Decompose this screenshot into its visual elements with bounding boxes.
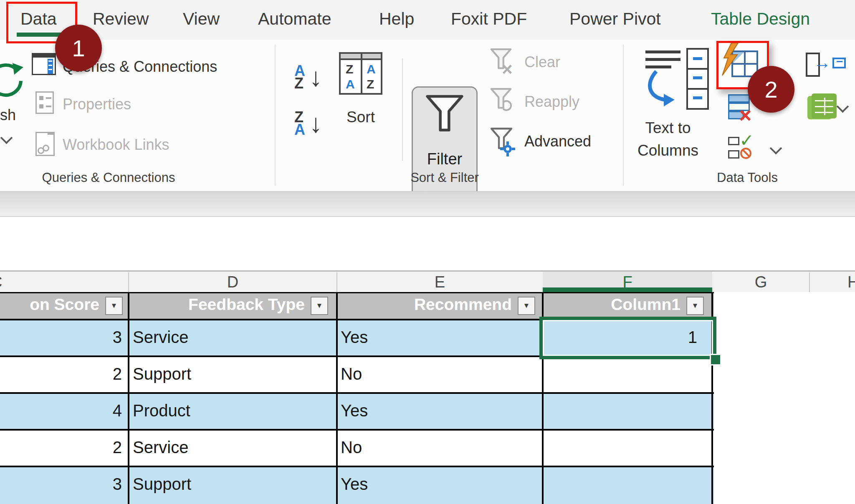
data-validation-icon[interactable]: ✓ <box>728 134 774 164</box>
cell-e4[interactable]: Yes <box>341 401 368 420</box>
annotation-badge-1: 1 <box>55 25 102 71</box>
remove-duplicates-x: × <box>739 104 751 126</box>
cell-d4[interactable]: Product <box>133 401 190 420</box>
column-header-h[interactable]: H <box>847 273 855 291</box>
refresh-all-chevron-icon[interactable] <box>0 132 13 144</box>
consolidate-minus: − <box>836 55 843 68</box>
advanced-filter-icon[interactable] <box>489 127 519 156</box>
tab-table-design[interactable]: Table Design <box>711 9 810 29</box>
advanced-button[interactable]: Advanced <box>524 133 591 150</box>
selection-border <box>539 317 716 359</box>
sort-button-label: Sort <box>339 108 382 126</box>
workbook-links-button: Workbook Links <box>63 136 169 154</box>
dropdown-arrow-icon: ▼ <box>692 302 699 310</box>
dropdown-arrow-icon: ▼ <box>316 302 323 310</box>
workbook-links-icon <box>35 132 55 156</box>
dropdown-arrow-icon: ▼ <box>111 302 118 310</box>
column-header-d[interactable]: D <box>129 273 337 291</box>
cell-e2[interactable]: Yes <box>341 328 368 347</box>
validation-no-symbol <box>740 148 751 159</box>
clear-button: Clear <box>524 53 560 71</box>
sort-desc-arrow: ↓ <box>309 111 322 136</box>
sort-asc-arrow: ↓ <box>309 64 322 90</box>
queries-connections-icon[interactable] <box>32 53 56 75</box>
tab-help[interactable]: Help <box>379 9 414 29</box>
column-header-g[interactable]: G <box>712 273 809 291</box>
group-label-queries-connections: Queries & Connections <box>17 170 200 185</box>
cell-d5[interactable]: Service <box>133 438 188 457</box>
sort-desc-a: A <box>294 122 305 137</box>
mini-divider <box>402 58 403 161</box>
grid-line <box>128 292 129 504</box>
letter-divider <box>809 272 810 292</box>
cell-c3[interactable]: 2 <box>0 365 125 383</box>
tab-foxit-pdf[interactable]: Foxit PDF <box>451 9 527 29</box>
cell-d6[interactable]: Support <box>133 475 191 494</box>
cell-c6[interactable]: 3 <box>0 475 125 494</box>
dropdown-arrow-icon: ▼ <box>523 302 530 310</box>
group-label-data-tools: Data Tools <box>693 170 802 185</box>
filter-funnel-icon <box>425 94 464 137</box>
advanced-gear-icon <box>500 141 515 156</box>
tab-power-pivot[interactable]: Power Pivot <box>569 9 661 29</box>
sort-ascending-icon[interactable]: A Z ↓ <box>294 63 320 89</box>
group-divider <box>623 45 624 186</box>
fill-handle[interactable] <box>710 354 721 365</box>
properties-button: Properties <box>63 96 131 113</box>
grid-line <box>0 392 714 394</box>
filter-dropdown-score[interactable]: ▼ <box>105 297 123 315</box>
selected-column-underline <box>543 287 712 292</box>
group-label-sort-filter: Sort & Filter <box>397 170 493 185</box>
grid-line <box>0 429 714 431</box>
cell-e5[interactable]: No <box>341 438 362 457</box>
sort-button[interactable]: Z A A Z Sort <box>339 52 382 142</box>
filter-button-label: Filter <box>413 150 476 168</box>
cell-e3[interactable]: No <box>341 365 362 383</box>
cell-c4[interactable]: 4 <box>0 401 125 420</box>
refresh-all-icon[interactable] <box>0 60 24 101</box>
sort-descending-icon[interactable]: Z A ↓ <box>294 110 320 136</box>
active-tab-underline <box>17 33 61 37</box>
formula-bar-collapsed <box>0 192 855 217</box>
text-to-columns-icon[interactable] <box>644 48 711 111</box>
text-to-columns-label-1[interactable]: Text to <box>635 119 701 137</box>
cell-d3[interactable]: Support <box>133 365 191 383</box>
grid-line <box>336 292 338 504</box>
consolidate-icon[interactable]: → − <box>806 52 847 78</box>
sort-icon: Z A A Z <box>339 52 382 95</box>
properties-icon <box>35 91 54 114</box>
ribbon-tab-bar: Data Review View Automate Help Foxit PDF… <box>0 0 855 40</box>
header-column1: Column1 <box>546 295 685 314</box>
sort-asc-z: Z <box>294 76 304 91</box>
data-model-icon[interactable] <box>807 93 837 121</box>
tab-review[interactable]: Review <box>93 9 149 29</box>
annotation-badge-2: 2 <box>748 66 794 113</box>
cell-c2[interactable]: 3 <box>0 328 125 347</box>
cell-d2[interactable]: Service <box>133 328 188 347</box>
letter-divider <box>336 272 337 292</box>
column-header-e[interactable]: E <box>337 273 543 291</box>
filter-dropdown-recommend[interactable]: ▼ <box>518 297 535 315</box>
grid-line <box>0 292 714 293</box>
header-recommend: Recommend <box>339 295 516 314</box>
refresh-all-label-fragment[interactable]: sh <box>0 106 16 124</box>
clear-filter-icon: × <box>489 48 516 76</box>
header-satisfaction-score: on Score <box>0 295 104 314</box>
data-model-chevron-icon[interactable] <box>837 101 849 113</box>
clear-x-glyph: × <box>502 59 513 80</box>
filter-dropdown-column1[interactable]: ▼ <box>686 297 704 315</box>
letter-divider <box>128 272 129 292</box>
filter-dropdown-feedback[interactable]: ▼ <box>311 297 328 315</box>
tab-view[interactable]: View <box>183 9 220 29</box>
group-divider <box>275 45 276 186</box>
cell-c5[interactable]: 2 <box>0 438 125 457</box>
column-header-c[interactable]: C <box>0 273 2 291</box>
grid-line <box>0 466 714 467</box>
ribbon: sh Queries & Connections Properties Work… <box>0 40 855 191</box>
text-to-columns-label-2[interactable]: Columns <box>635 142 701 159</box>
cell-e6[interactable]: Yes <box>341 475 368 494</box>
header-feedback-type: Feedback Type <box>132 295 309 314</box>
tab-automate[interactable]: Automate <box>258 9 331 29</box>
reapply-filter-icon <box>489 88 516 115</box>
reapply-button: Reapply <box>524 93 579 111</box>
